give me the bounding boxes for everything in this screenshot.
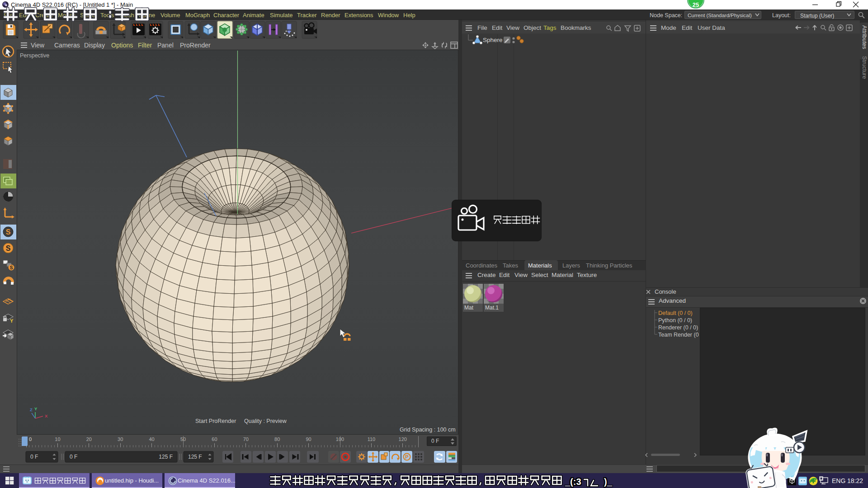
svg-text:90: 90 xyxy=(306,436,311,442)
svg-text:Y: Y xyxy=(34,406,38,411)
svg-text:0 F: 0 F xyxy=(30,454,38,460)
svg-text:60: 60 xyxy=(212,436,217,442)
svg-text:Mat: Mat xyxy=(464,305,474,311)
svg-text:70: 70 xyxy=(243,436,249,442)
svg-text:X: X xyxy=(45,413,48,418)
svg-text:Renderer (0 / 0): Renderer (0 / 0) xyxy=(658,324,698,331)
svg-text:80: 80 xyxy=(274,436,280,442)
svg-text:120: 120 xyxy=(399,436,407,442)
svg-text:Python (0 / 0): Python (0 / 0) xyxy=(658,317,692,324)
svg-text:S: S xyxy=(6,228,11,236)
svg-text:125 F: 125 F xyxy=(188,454,202,460)
svg-text:Mat.1: Mat.1 xyxy=(485,305,499,311)
svg-text:Y: Y xyxy=(10,318,14,324)
svg-text:30: 30 xyxy=(118,436,123,442)
svg-text:125 F: 125 F xyxy=(159,454,173,460)
svg-text:P: P xyxy=(405,454,408,460)
svg-text:Team Render (0: Team Render (0 xyxy=(658,332,699,338)
svg-text:25: 25 xyxy=(693,1,699,8)
svg-text:110: 110 xyxy=(368,436,376,442)
svg-text:0: 0 xyxy=(29,436,32,442)
svg-text:0 F: 0 F xyxy=(70,454,77,460)
svg-text:40: 40 xyxy=(149,436,154,442)
svg-text:S: S xyxy=(6,244,11,252)
svg-text:10: 10 xyxy=(55,436,60,442)
svg-text:Z: Z xyxy=(30,407,33,412)
svg-text:S: S xyxy=(10,265,13,270)
svg-text:20: 20 xyxy=(86,436,92,442)
svg-text:Default (0 / 0): Default (0 / 0) xyxy=(658,310,693,316)
